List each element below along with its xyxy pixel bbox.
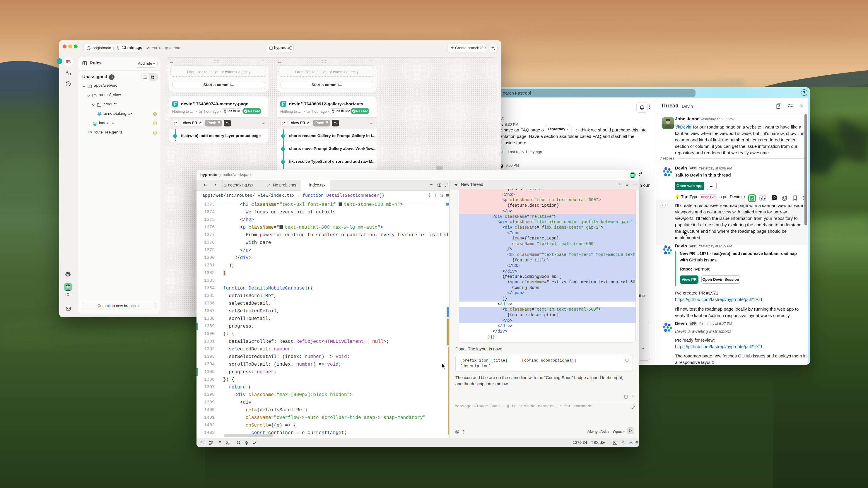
svg-text:!?: !?: [773, 196, 776, 200]
